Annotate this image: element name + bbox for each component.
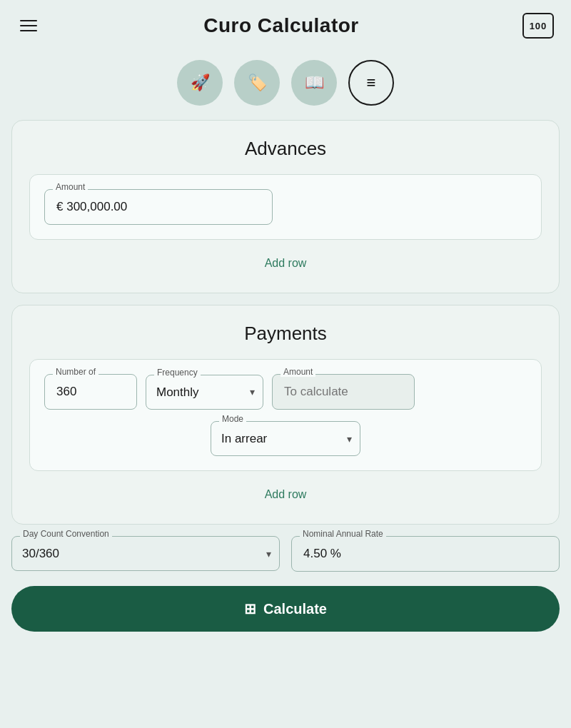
payments-section: Payments Number of Frequency Monthly Wee… [11,305,560,525]
bottom-fields: Day Count Convention 30/360 Actual/360 A… [11,536,560,572]
advances-inner-card: Amount [29,174,542,240]
nav-rocket-button[interactable]: 🚀 [177,60,223,106]
nominal-rate-wrapper: Nominal Annual Rate [291,536,560,572]
calculate-icon: ⊞ [244,600,256,617]
calculate-button[interactable]: ⊞ Calculate [11,586,560,632]
payments-number-input[interactable] [44,374,137,410]
payments-mode-wrapper: Mode In arrear In advance ▾ [211,421,360,456]
payments-amount-input[interactable] [272,374,415,410]
menu-icon[interactable] [17,17,40,34]
payments-mode-select[interactable]: In arrear In advance [211,421,360,456]
app-title: Curo Calculator [203,14,359,37]
advances-section: Advances Amount Add row [11,120,560,293]
payments-number-wrapper: Number of [44,374,137,410]
payments-first-row: Number of Frequency Monthly Weekly Quart… [44,374,527,410]
advances-amount-input[interactable] [44,189,273,225]
advances-title: Advances [29,138,542,160]
advances-add-row-button[interactable]: Add row [29,251,542,275]
nominal-rate-label: Nominal Annual Rate [300,529,386,539]
nav-icons: 🚀 🏷️ 📖 ≡ [0,51,571,120]
payments-number-label: Number of [53,367,98,377]
payments-inner-card: Number of Frequency Monthly Weekly Quart… [29,359,542,471]
payments-amount-wrapper: Amount [272,374,415,410]
nominal-rate-input[interactable] [291,536,560,572]
payments-frequency-label: Frequency [154,368,201,378]
payments-amount-label: Amount [281,367,315,377]
payments-frequency-wrapper: Frequency Monthly Weekly Quarterly Annua… [146,375,263,410]
day-count-wrapper: Day Count Convention 30/360 Actual/360 A… [11,536,280,572]
payments-frequency-select[interactable]: Monthly Weekly Quarterly Annually [146,375,263,410]
payments-second-row: Mode In arrear In advance ▾ [44,421,527,456]
calculate-label: Calculate [263,601,327,617]
header: Curo Calculator 100 [0,0,571,51]
payments-add-row-button[interactable]: Add row [29,482,542,507]
cash-icon: 100 [522,13,554,39]
payments-mode-label: Mode [219,414,246,424]
day-count-label: Day Count Convention [20,529,112,539]
day-count-select[interactable]: 30/360 Actual/360 Actual/365 Actual/Actu… [11,536,280,571]
nav-badge-button[interactable]: 🏷️ [234,60,280,106]
advances-amount-wrapper: Amount [44,189,273,225]
payments-title: Payments [29,323,542,345]
nav-list-button[interactable]: ≡ [348,60,394,106]
nav-bookmark-button[interactable]: 📖 [291,60,337,106]
advances-amount-label: Amount [53,182,88,192]
